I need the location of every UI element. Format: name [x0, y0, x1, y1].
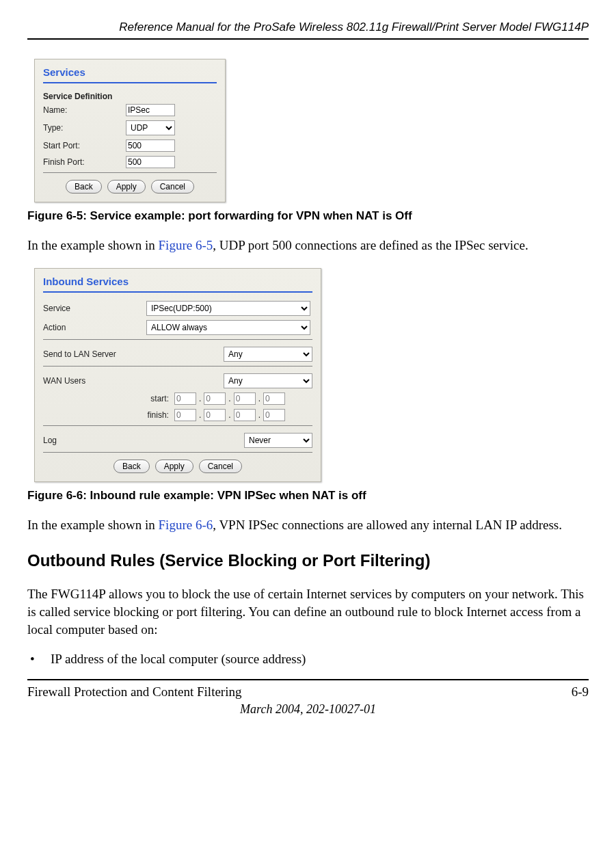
apply-button[interactable]: Apply	[155, 460, 193, 473]
services-panel: Services Service Definition Name: Type: …	[34, 59, 226, 202]
paragraph-1: In the example shown in Figure 6-5, UDP …	[27, 237, 589, 254]
start-port-input[interactable]	[126, 139, 175, 152]
section-label-service-definition: Service Definition	[43, 92, 217, 101]
figure-6-6: Inbound Services Service IPSec(UDP:500) …	[34, 268, 321, 482]
ip-finish-octet-4[interactable]	[263, 409, 285, 421]
ip-start-octet-3[interactable]	[234, 392, 256, 405]
figure-6-5-caption: Figure 6-5: Service example: port forwar…	[27, 209, 589, 223]
log-select[interactable]: Never	[244, 433, 312, 448]
row-send-lan: Send to LAN Server Any	[43, 347, 312, 362]
ip-start-octet-1[interactable]	[174, 392, 196, 405]
apply-button[interactable]: Apply	[107, 180, 146, 194]
bullet-1-text: IP address of the local computer (source…	[51, 652, 306, 667]
footer-right: 6-9	[572, 684, 589, 700]
paragraph-2: In the example shown in Figure 6-6, VPN …	[27, 516, 589, 534]
cancel-button[interactable]: Cancel	[199, 460, 242, 473]
figure-6-6-caption-a: Figure 6-6: Inbound rule example:	[27, 489, 217, 502]
back-button[interactable]: Back	[66, 180, 102, 194]
action-select[interactable]: ALLOW always	[146, 320, 310, 335]
header-rule	[27, 38, 589, 40]
label-name: Name:	[43, 105, 122, 115]
figure-6-6-caption-b: VPN IPSec when NAT is off	[217, 489, 366, 502]
para2-pre: In the example shown in	[27, 518, 159, 532]
row-start-port: Start Port:	[43, 139, 217, 152]
footer-date: March 2004, 202-10027-01	[27, 702, 589, 717]
label-ip-finish: finish:	[132, 410, 169, 420]
para1-post: , UDP port 500 connections are defined a…	[213, 238, 528, 252]
panel-title-services: Services	[43, 66, 217, 78]
type-select[interactable]: UDP	[126, 120, 175, 135]
label-service: Service	[43, 304, 142, 313]
label-finish-port: Finish Port:	[43, 157, 122, 167]
figure-6-5-link[interactable]: Figure 6-5	[159, 238, 213, 252]
footer-rule	[27, 679, 589, 680]
divider-thin	[43, 452, 312, 453]
label-ip-start: start:	[132, 394, 169, 403]
running-header: Reference Manual for the ProSafe Wireles…	[27, 21, 589, 34]
label-log: Log	[43, 436, 57, 445]
service-select[interactable]: IPSec(UDP:500)	[146, 301, 310, 316]
row-finish-port: Finish Port:	[43, 156, 217, 168]
button-bar: Back Apply Cancel	[43, 460, 312, 473]
send-lan-select[interactable]: Any	[224, 347, 312, 362]
row-wan-users: WAN Users Any	[43, 373, 312, 388]
cancel-button[interactable]: Cancel	[151, 180, 194, 194]
back-button[interactable]: Back	[113, 460, 150, 473]
divider-thin	[43, 339, 312, 340]
footer-left: Firewall Protection and Content Filterin…	[27, 684, 241, 700]
ip-start-octet-4[interactable]	[263, 392, 285, 405]
button-bar: Back Apply Cancel	[43, 180, 217, 194]
figure-6-5: Services Service Definition Name: Type: …	[34, 59, 226, 202]
figure-6-6-caption: Figure 6-6: Inbound rule example: VPN IP…	[27, 489, 589, 503]
ip-finish-octet-2[interactable]	[204, 409, 226, 421]
ip-finish-octet-3[interactable]	[234, 409, 256, 421]
figure-6-6-link[interactable]: Figure 6-6	[159, 518, 213, 532]
document-page: Reference Manual for the ProSafe Wireles…	[0, 0, 616, 730]
inbound-services-panel: Inbound Services Service IPSec(UDP:500) …	[34, 268, 321, 482]
row-type: Type: UDP	[43, 120, 217, 135]
row-service: Service IPSec(UDP:500)	[43, 301, 312, 316]
divider-thin	[43, 366, 312, 367]
wan-users-select[interactable]: Any	[224, 373, 312, 388]
label-type: Type:	[43, 123, 122, 133]
heading-outbound-rules: Outbound Rules (Service Blocking or Port…	[27, 551, 589, 570]
divider-blue	[43, 82, 217, 83]
ip-finish-octet-1[interactable]	[174, 409, 196, 421]
row-action: Action ALLOW always	[43, 320, 312, 335]
finish-port-input[interactable]	[126, 156, 175, 168]
para1-pre: In the example shown in	[27, 238, 159, 252]
row-ip-finish: finish: . . .	[43, 409, 312, 421]
label-send-lan: Send to LAN Server	[43, 349, 116, 359]
paragraph-3: The FWG114P allows you to block the use …	[27, 585, 589, 638]
row-name: Name:	[43, 104, 217, 116]
bullet-1: • IP address of the local computer (sour…	[27, 652, 589, 667]
row-ip-start: start: . . .	[43, 392, 312, 405]
bullet-1-dot: •	[27, 652, 51, 667]
ip-start-octet-2[interactable]	[204, 392, 226, 405]
divider-blue	[43, 291, 312, 293]
footer-line: Firewall Protection and Content Filterin…	[27, 684, 589, 700]
row-log: Log Never	[43, 433, 312, 448]
label-action: Action	[43, 323, 142, 332]
label-start-port: Start Port:	[43, 141, 122, 150]
divider-thin	[43, 172, 217, 173]
label-wan-users: WAN Users	[43, 376, 85, 386]
divider-thin	[43, 425, 312, 426]
panel-title-inbound: Inbound Services	[43, 276, 312, 287]
name-input[interactable]	[126, 104, 175, 116]
para2-post: , VPN IPSec connections are allowed any …	[213, 518, 562, 532]
